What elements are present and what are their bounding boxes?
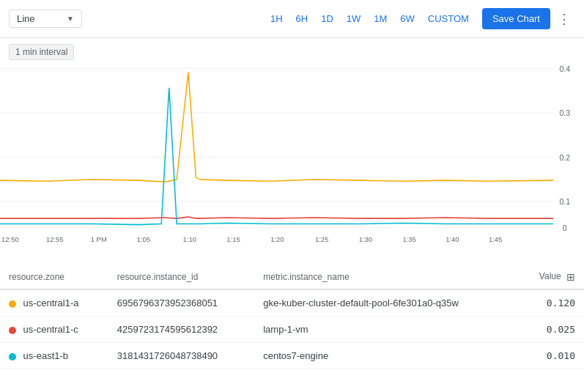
chart-type-dropdown[interactable]: Line ▼ bbox=[9, 10, 82, 28]
series-color-dot bbox=[9, 353, 16, 360]
svg-text:1:10: 1:10 bbox=[183, 235, 196, 243]
data-table: resource.zone resource.instance_id metri… bbox=[0, 265, 584, 369]
chart-type-label: Line bbox=[17, 13, 61, 24]
svg-text:12:55: 12:55 bbox=[46, 235, 64, 243]
save-chart-button[interactable]: Save Chart bbox=[482, 8, 550, 29]
cell-value: 0.025 bbox=[518, 317, 584, 343]
table-header-row: resource.zone resource.instance_id metri… bbox=[0, 265, 584, 289]
data-table-container: resource.zone resource.instance_id metri… bbox=[0, 265, 584, 369]
cell-zone: us-central1-a bbox=[0, 289, 108, 317]
col-header-instance-name: metric.instance_name bbox=[254, 265, 517, 289]
cell-value: 0.010 bbox=[518, 343, 584, 369]
time-btn-6w[interactable]: 6W bbox=[394, 10, 421, 27]
col-header-zone: resource.zone bbox=[0, 265, 108, 289]
svg-text:0: 0 bbox=[563, 223, 567, 232]
cell-value: 0.120 bbox=[518, 289, 584, 317]
chevron-down-icon: ▼ bbox=[67, 15, 74, 23]
time-btn-1m[interactable]: 1M bbox=[368, 10, 393, 27]
cell-instance-id: 4259723174595612392 bbox=[108, 317, 255, 343]
column-options-icon[interactable]: ⊞ bbox=[566, 271, 575, 283]
svg-text:12:50: 12:50 bbox=[1, 235, 19, 243]
time-btn-1h[interactable]: 1H bbox=[265, 10, 289, 27]
time-btn-6h[interactable]: 6H bbox=[290, 10, 314, 27]
svg-text:0.2: 0.2 bbox=[559, 152, 570, 161]
chart-svg: 0.4 0.3 0.2 0.1 0 12:50 12:55 1 PM 1:05 … bbox=[0, 64, 584, 255]
cell-zone: us-central1-c bbox=[0, 317, 108, 343]
cell-zone: us-east1-b bbox=[0, 343, 108, 369]
table-row: us-central1-a 6956796373952368051 gke-ku… bbox=[0, 289, 584, 317]
cell-instance-name: gke-kuber-cluster-default-pool-6fe301a0-… bbox=[254, 289, 517, 317]
svg-text:1 PM: 1 PM bbox=[91, 235, 107, 243]
svg-text:0.3: 0.3 bbox=[559, 108, 570, 117]
svg-text:1:05: 1:05 bbox=[137, 235, 150, 243]
svg-text:1:30: 1:30 bbox=[359, 235, 372, 243]
col-header-value: Value ⊞ bbox=[518, 265, 584, 289]
cell-instance-id: 3181431726048738490 bbox=[108, 343, 255, 369]
time-btn-1d[interactable]: 1D bbox=[315, 10, 339, 27]
svg-text:0.1: 0.1 bbox=[559, 197, 570, 206]
toolbar: Line ▼ 1H 6H 1D 1W 1M 6W CUSTOM Save Cha… bbox=[0, 0, 584, 38]
table-row: us-east1-b 3181431726048738490 centos7-e… bbox=[0, 343, 584, 369]
table-row: us-central1-c 4259723174595612392 lamp-1… bbox=[0, 317, 584, 343]
svg-text:1:40: 1:40 bbox=[446, 235, 459, 243]
series-color-dot bbox=[9, 327, 16, 334]
time-btn-1w[interactable]: 1W bbox=[341, 10, 367, 27]
svg-text:0.4: 0.4 bbox=[559, 64, 570, 73]
svg-text:1:35: 1:35 bbox=[403, 235, 416, 243]
svg-text:1:20: 1:20 bbox=[270, 235, 284, 243]
cell-instance-name: centos7-engine bbox=[254, 343, 517, 369]
interval-badge: 1 min interval bbox=[9, 44, 74, 60]
cell-instance-id: 6956796373952368051 bbox=[108, 289, 255, 317]
series-color-dot bbox=[9, 300, 16, 308]
svg-text:1:15: 1:15 bbox=[226, 235, 240, 243]
cell-instance-name: lamp-1-vm bbox=[254, 317, 517, 343]
time-btn-custom[interactable]: CUSTOM bbox=[422, 10, 475, 27]
chart-area: 1 min interval 0.4 0.3 0.2 0.1 0 12:50 1… bbox=[0, 38, 584, 265]
time-range-buttons: 1H 6H 1D 1W 1M 6W CUSTOM Save Chart ⋮ bbox=[265, 8, 575, 30]
svg-text:1:25: 1:25 bbox=[315, 235, 328, 243]
svg-text:1:45: 1:45 bbox=[489, 235, 502, 243]
col-header-instance-id: resource.instance_id bbox=[108, 265, 255, 289]
more-options-button[interactable]: ⋮ bbox=[553, 8, 575, 30]
